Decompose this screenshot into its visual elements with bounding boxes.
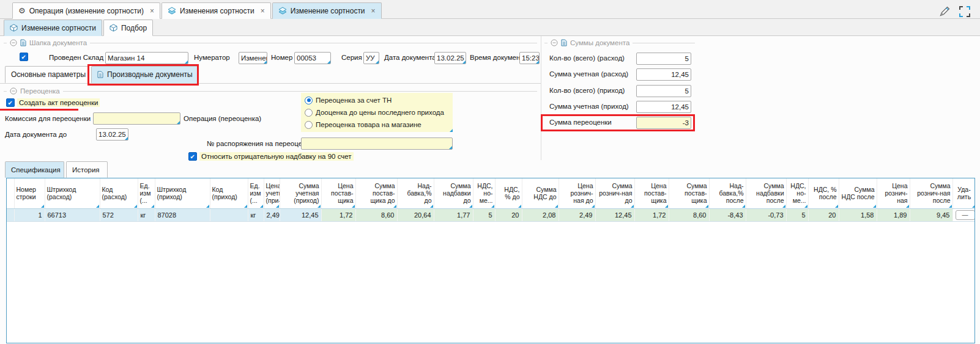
radio-icon[interactable] — [305, 109, 313, 117]
grid-col-header-5[interactable]: Штрихкод (приход) — [155, 178, 210, 208]
grid-cell-23[interactable]: 5 — [786, 208, 808, 221]
grid-cell-6[interactable] — [210, 208, 248, 221]
grid-cell-0[interactable] — [7, 208, 14, 221]
grid-cell-11[interactable]: 8,60 — [355, 208, 397, 221]
view-tab-izmenenie-sortnosti[interactable]: Изменение сортности — [4, 20, 102, 36]
grid-cell-28[interactable]: — — [952, 208, 975, 221]
delete-row-button[interactable]: — — [956, 210, 975, 220]
grid-col-header-22[interactable]: Сумма надбавки после — [746, 178, 786, 208]
grid-cell-7[interactable]: кг — [248, 208, 264, 221]
grid-col-header-17[interactable]: Цена рознич-ная до — [559, 178, 595, 208]
grid-col-header-19[interactable]: Цена постав-щика — [634, 178, 669, 208]
collapse-icon[interactable] — [551, 39, 558, 46]
grid-col-header-18[interactable]: Сумма рознич-ная до — [595, 178, 634, 208]
grid-cell-12[interactable]: 20,64 — [397, 208, 434, 221]
close-icon[interactable]: × — [371, 7, 376, 15]
grid-col-header-8[interactable]: Цена учетная (при- — [264, 178, 280, 208]
grid-col-header-13[interactable]: Сумма надбавки до — [434, 178, 473, 208]
grid-col-header-14[interactable]: НДС, но-ме... — [473, 178, 495, 208]
grid-col-header-27[interactable]: Сумма рознич-ная после — [910, 178, 952, 208]
grid-col-header-3[interactable]: Код (расход) — [100, 178, 138, 208]
sum-input[interactable]: 5 — [636, 85, 691, 97]
grid-col-header-26[interactable]: Цена рознич-ная — [877, 178, 910, 208]
grid-col-header-16[interactable]: Сумма НДС до — [522, 178, 559, 208]
grid-cell-20[interactable]: 8,60 — [669, 208, 709, 221]
collapse-icon[interactable] — [10, 39, 17, 46]
grid-col-header-28[interactable]: Уда-лить — [952, 178, 975, 208]
grid-col-header-9[interactable]: Сумма учетная (приход) — [280, 178, 321, 208]
grid-cell-8[interactable]: 2,49 — [264, 208, 280, 221]
grid-col-header-24[interactable]: НДС, % после — [808, 178, 839, 208]
edit-pencil-icon[interactable] — [938, 4, 952, 18]
radio-icon[interactable] — [305, 97, 313, 104]
grid-col-header-11[interactable]: Сумма постав-щика до — [355, 178, 397, 208]
grid-cell-22[interactable]: -0,73 — [746, 208, 786, 221]
sort-triangle-icon — [317, 205, 321, 208]
tab-istoriya[interactable]: История — [66, 161, 108, 178]
rasporyazhenie-input[interactable] — [301, 137, 453, 150]
sum-input[interactable]: 12,45 — [636, 101, 691, 113]
grid-col-header-12[interactable]: Над-бавка,% до — [397, 178, 434, 208]
grid-col-header-4[interactable]: Ед. изм (... — [138, 178, 155, 208]
grid-cell-14[interactable]: 5 — [473, 208, 495, 221]
sum-input[interactable]: 12,45 — [636, 68, 691, 81]
nomer-input[interactable]: 00053 — [294, 52, 331, 64]
grid-cell-19[interactable]: 1,72 — [634, 208, 669, 221]
view-tab-podbor[interactable]: Подбор — [103, 20, 153, 36]
grid-cell-21[interactable]: -8,43 — [709, 208, 746, 221]
komissiya-input[interactable] — [93, 112, 180, 125]
radio-icon[interactable] — [305, 121, 313, 129]
doc-tab-operaciya[interactable]: Операция (изменение сортности) × — [12, 2, 160, 19]
grid-cell-10[interactable]: 1,72 — [321, 208, 355, 221]
close-icon[interactable]: × — [261, 7, 265, 15]
tab-osnovnye-parametry[interactable]: Основные параметры — [5, 66, 89, 83]
grid-cell-17[interactable]: 2,49 — [559, 208, 595, 221]
tab-specifikaciya[interactable]: Спецификация — [5, 161, 64, 178]
sklad-input[interactable]: Магазин 14 — [105, 52, 188, 64]
grid-cell-24[interactable]: 20 — [808, 208, 839, 221]
grid-col-header-2[interactable]: Штрихкод (расход) — [45, 178, 100, 208]
summa-pereocenki-input[interactable]: -3 — [636, 117, 691, 129]
radio-option[interactable]: Переоценка за счет ТН — [305, 94, 449, 106]
tab-proizvodnye-dokumenty[interactable]: Производные документы — [91, 66, 199, 83]
grid-cell-26[interactable]: 1,89 — [877, 208, 910, 221]
close-icon[interactable]: × — [150, 7, 154, 15]
grid-col-header-25[interactable]: Сумма НДС после — [839, 178, 877, 208]
grid-cell-27[interactable]: 9,45 — [910, 208, 952, 221]
grid-cell-3[interactable]: 572 — [100, 208, 138, 221]
numerator-input[interactable]: Изменен — [239, 52, 267, 64]
doc-tab-izmenenie-sortnosti[interactable]: Изменение сортности × — [272, 2, 382, 19]
grid-col-header-7[interactable]: Ед. изм (... — [248, 178, 264, 208]
radio-option[interactable]: Переоценка товара на магазине — [305, 119, 449, 131]
collapse-icon[interactable] — [10, 87, 17, 95]
grid-cell-5[interactable]: 87028 — [155, 208, 210, 221]
proveden-checkbox[interactable] — [20, 53, 28, 61]
grid-col-header-23[interactable]: НДС, но-ме... — [786, 178, 808, 208]
grid-col-header-10[interactable]: Цена постав-щика — [321, 178, 355, 208]
data-dokumenta-input[interactable]: 13.02.25 — [434, 52, 466, 64]
otnosit-checkbox[interactable] — [188, 152, 197, 161]
grid-col-header-21[interactable]: Над-бавка,% после — [709, 178, 746, 208]
data-do-input[interactable]: 13.02.25 — [96, 128, 128, 141]
grid-col-header-6[interactable]: Код (приход) — [210, 178, 248, 208]
grid-col-header-20[interactable]: Сумма постав-щика — [669, 178, 709, 208]
grid-cell-25[interactable]: 1,58 — [839, 208, 877, 221]
sum-input[interactable]: 5 — [636, 53, 691, 65]
grid-cell-4[interactable]: кг — [138, 208, 155, 221]
grid-cell-9[interactable]: 12,45 — [280, 208, 321, 221]
create-act-checkbox[interactable] — [6, 98, 15, 107]
vremya-dokumenta-input[interactable]: 15:23 — [519, 52, 540, 64]
grid-cell-2[interactable]: 66713 — [45, 208, 100, 221]
grid-cell-18[interactable]: 12,45 — [595, 208, 634, 221]
grid-col-header-15[interactable]: НДС, % до — [495, 178, 522, 208]
grid-cell-13[interactable]: 1,77 — [434, 208, 473, 221]
doc-tab-izmeneniya-sortnosti[interactable]: Изменения сортности × — [161, 2, 271, 19]
seriya-input[interactable]: УУ — [363, 52, 379, 64]
grid-col-header-1[interactable]: Номер строки — [14, 178, 45, 208]
grid-cell-16[interactable]: 2,08 — [522, 208, 559, 221]
document-icon — [561, 39, 567, 46]
fullscreen-icon[interactable] — [959, 6, 970, 17]
grid-cell-1[interactable]: 1 — [14, 208, 45, 221]
grid-cell-15[interactable]: 20 — [495, 208, 522, 221]
radio-option[interactable]: Дооценка до цены последнего прихода — [305, 106, 449, 119]
